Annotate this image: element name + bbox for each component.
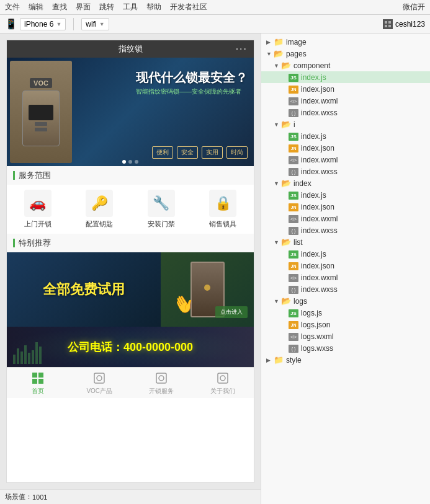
phone-number-text: 公司电话：400-0000-000 [68, 340, 193, 355]
device-name: iPhone 6 [24, 20, 53, 29]
tree-file-i-wxss[interactable]: { } index.wxss [261, 166, 430, 177]
product-button [35, 122, 47, 126]
device-selector[interactable]: iPhone 6 ▼ [20, 18, 66, 30]
svg-rect-3 [388, 25, 391, 27]
tree-folder-pages[interactable]: ▼ 📂 pages [261, 48, 430, 60]
svg-rect-1 [388, 21, 391, 24]
menu-help[interactable]: 帮助 [146, 2, 161, 12]
tree-file-logs-json[interactable]: JN logs.json [261, 319, 430, 330]
service-item-1[interactable]: 🔑 配置钥匙 [69, 190, 131, 229]
menu-find[interactable]: 查找 [52, 2, 67, 12]
tree-folder-index[interactable]: ▼ 📂 index [261, 177, 430, 189]
svg-rect-12 [218, 373, 228, 383]
tree-file-logs-js[interactable]: JS logs.js [261, 307, 430, 319]
wxml-icon-logs: </> [289, 332, 298, 341]
tree-file-index-wxml[interactable]: </> index.wxml [261, 213, 430, 224]
tree-arrow-component: ▼ [274, 63, 281, 69]
tree-arrow-index: ▼ [274, 180, 281, 187]
menu-devcom[interactable]: 开发者社区 [170, 2, 207, 12]
tree-label-list-wxss: index.wxss [301, 285, 338, 294]
phone-icon: 📱 [5, 18, 17, 30]
tab-about[interactable]: 关于我们 [192, 368, 254, 398]
promo-enter-button[interactable]: 点击进入 [215, 306, 248, 318]
tree-file-i-wxml[interactable]: </> index.wxml [261, 154, 430, 166]
tab-home-label: 首页 [32, 387, 44, 396]
wxml-icon: </> [289, 96, 298, 105]
tree-label-pages: pages [286, 50, 307, 58]
tree-file-list-json[interactable]: JN index.json [261, 260, 430, 272]
banner-tag-2: 实用 [202, 146, 223, 159]
tree-file-component-wxss[interactable]: { } index.wxss [261, 107, 430, 118]
menu-wechat[interactable]: 微信开 [403, 2, 425, 12]
tree-file-i-json[interactable]: JN index.json [261, 142, 430, 154]
tree-label-component: component [293, 61, 330, 70]
tab-bar: 首页 VOC产品 [7, 367, 254, 398]
tree-arrow-i: ▼ [274, 122, 281, 128]
file-panel: ▶ 📁 image ▼ 📂 pages ▼ 📂 component JS ind… [261, 33, 430, 504]
tab-products-icon [92, 371, 107, 386]
tree-label-list-json: index.json [301, 262, 334, 270]
toolbar-right: ceshi123 [383, 19, 425, 29]
tree-file-component-js[interactable]: JS index.js [261, 71, 430, 83]
tree-file-logs-wxml[interactable]: </> logs.wxml [261, 330, 430, 342]
tree-file-list-wxml[interactable]: </> index.wxml [261, 272, 430, 283]
product-logo: VOC [30, 78, 52, 88]
tree-folder-logs[interactable]: ▼ 📂 logs [261, 295, 430, 307]
tree-file-i-js[interactable]: JS index.js [261, 130, 430, 142]
tree-label-logs-js: logs.js [301, 309, 322, 317]
menu-edit[interactable]: 编辑 [29, 2, 43, 12]
menu-tools[interactable]: 工具 [123, 2, 138, 12]
tree-file-list-js[interactable]: JS index.js [261, 248, 430, 260]
phone-simulator: 指纹锁 ··· VOC 现代什么锁最安全？ 智能指 [6, 40, 254, 483]
js-icon-logs: JS [289, 308, 298, 317]
tab-home-icon [30, 371, 45, 386]
json-icon-logs: JN [289, 320, 298, 329]
tree-label-i-wxss: index.wxss [301, 167, 338, 176]
network-selector[interactable]: wifi ▼ [81, 18, 109, 30]
tree-label-component-json: index.json [301, 85, 334, 94]
service-label-2: 安装门禁 [148, 219, 175, 229]
tree-arrow-style: ▶ [266, 357, 274, 363]
tree-folder-list[interactable]: ▼ 📂 list [261, 236, 430, 248]
banner-tag-3: 时尚 [226, 146, 248, 159]
svg-rect-2 [385, 25, 387, 27]
wxss-icon-logs: { } [289, 343, 298, 353]
wxss-icon: { } [289, 108, 298, 117]
promo-title-text: 特别推荐 [19, 237, 51, 249]
tree-file-index-js[interactable]: JS index.js [261, 189, 430, 201]
service-item-3[interactable]: 🔒 销售锁具 [192, 190, 254, 229]
tree-folder-image[interactable]: ▶ 📁 image [261, 36, 430, 48]
tree-folder-i[interactable]: ▼ 📂 i [261, 118, 430, 130]
wxml-icon-list: </> [289, 273, 298, 282]
menu-file[interactable]: 文件 [5, 2, 20, 12]
svg-rect-8 [94, 373, 104, 383]
tab-products[interactable]: VOC产品 [69, 368, 131, 398]
tree-label-index-js: index.js [301, 191, 326, 200]
service-item-2[interactable]: 🔧 安装门禁 [130, 190, 192, 229]
tree-folder-style[interactable]: ▶ 📁 style [261, 354, 430, 366]
tree-file-component-wxml[interactable]: </> index.wxml [261, 95, 430, 107]
tree-folder-component[interactable]: ▼ 📂 component [261, 60, 430, 71]
js-icon: JS [289, 73, 298, 82]
tree-label-logs-wxml: logs.wxml [301, 332, 334, 341]
section-bar [13, 171, 15, 180]
tree-file-component-json[interactable]: JN index.json [261, 83, 430, 95]
tab-products-label: VOC产品 [86, 387, 112, 396]
tab-home[interactable]: 首页 [7, 368, 69, 398]
banner-tag-0: 便利 [152, 146, 173, 159]
tree-arrow: ▶ [266, 39, 274, 45]
phone-more-icon[interactable]: ··· [236, 43, 248, 55]
tree-file-index-wxss[interactable]: { } index.wxss [261, 224, 430, 236]
banner-main-text: 现代什么锁最安全？ [136, 70, 248, 85]
tree-label-index-wxml: index.wxml [301, 214, 338, 223]
menu-jump[interactable]: 跳转 [99, 2, 114, 12]
tree-file-logs-wxss[interactable]: { } logs.wxss [261, 342, 430, 354]
service-item-0[interactable]: 🚗 上门开锁 [7, 190, 69, 229]
tree-file-list-wxss[interactable]: { } index.wxss [261, 283, 430, 295]
menu-ui[interactable]: 界面 [76, 2, 91, 12]
tree-file-index-json[interactable]: JN index.json [261, 201, 430, 213]
status-bar: 场景值： 1001 [0, 489, 261, 504]
promo-right: ✋ 点击进入 [161, 252, 254, 327]
tab-service[interactable]: 开锁服务 [130, 368, 192, 398]
tree-label-component-wxss: index.wxss [301, 108, 338, 117]
